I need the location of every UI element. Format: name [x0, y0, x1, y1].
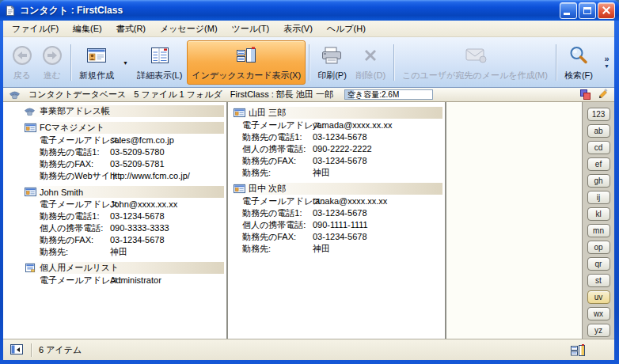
- index-card-mini-icon: [570, 343, 586, 357]
- back-button[interactable]: 戻る: [7, 40, 37, 85]
- field-label: 電子メールアドレス:: [40, 135, 110, 146]
- field-value: 03-1234-5678: [313, 155, 367, 167]
- field-label: 勤務先の電話1:: [40, 146, 110, 158]
- contact-field: 勤務先: 神田: [233, 167, 442, 179]
- contact-field: 勤務先の電話1: 03-5209-5780: [24, 146, 224, 158]
- field-label: 勤務先のFAX:: [242, 231, 313, 243]
- alpha-tab-uv[interactable]: uv: [587, 290, 610, 304]
- contact-card: 田中 次郎 電子メールアドレス: tanaka@xxxx.xx.xx 勤務先の電…: [233, 183, 442, 255]
- index-card-view-button[interactable]: インデックスカード表示(X): [187, 40, 306, 85]
- contact-field: 勤務先の電話1: 03-1234-5678: [233, 131, 442, 143]
- close-button[interactable]: [598, 2, 615, 19]
- field-value: 03-1234-5678: [313, 131, 367, 143]
- alpha-tab-yz[interactable]: yz: [587, 324, 610, 337]
- field-label: 勤務先:: [242, 243, 313, 255]
- window-icon: [4, 5, 16, 17]
- contact-name: 田中 次郎: [249, 183, 286, 195]
- toolbar-overflow-button[interactable]: » ▼: [602, 55, 612, 70]
- contact-field: 電子メールアドレス: sales@fcm.co.jp: [24, 135, 224, 146]
- contact-card: 山田 三郎 電子メールアドレス: yamada@xxxx.xx.xx 勤務先の電…: [233, 107, 442, 179]
- forward-label: 進む: [44, 70, 61, 82]
- contacts-column-3-empty: [446, 102, 582, 339]
- alpha-tab-mn[interactable]: mn: [587, 224, 610, 237]
- alpha-tab-qr[interactable]: qr: [587, 257, 610, 271]
- forward-button[interactable]: 進む: [37, 40, 67, 85]
- close-icon: [602, 6, 611, 15]
- menu-file[interactable]: ファイル(F): [5, 21, 66, 37]
- pane-toggle-icon[interactable]: [9, 343, 24, 356]
- contact-field: 電子メールアドレス: yamada@xxxx.xx.xx: [233, 119, 442, 131]
- alpha-tab-gh[interactable]: gh: [587, 174, 610, 188]
- info-bar: コンタクトデータベース 5 ファイル 1 フォルダ FirstClass : 部…: [3, 88, 614, 102]
- menu-bar: ファイル(F) 編集(E) 書式(R) メッセージ(M) ツール(T) 表示(V…: [3, 21, 614, 37]
- alpha-tab-kl[interactable]: kl: [587, 207, 610, 221]
- forward-icon: [42, 44, 63, 67]
- session-user: FirstClass : 部長 池田 一郎: [230, 89, 333, 100]
- delete-button[interactable]: 削除(D): [351, 40, 390, 85]
- field-label: 個人の携帯電話:: [40, 222, 110, 234]
- delete-icon: [361, 44, 380, 67]
- alpha-tab-ab[interactable]: ab: [587, 124, 610, 138]
- contact-field: 勤務先: 神田: [24, 246, 224, 258]
- folder-header[interactable]: 事業部アドレス帳: [22, 105, 224, 117]
- alpha-tab-cd[interactable]: cd: [587, 141, 610, 154]
- toolbar: 戻る 進む 新規作成 ▼ 詳細表示(L) インデックスカード表示(X): [3, 37, 614, 88]
- field-value: tanaka@xxxx.xx.xx: [313, 195, 387, 207]
- alpha-tab-op[interactable]: op: [587, 241, 610, 254]
- menu-message[interactable]: メッセージ(M): [153, 21, 225, 37]
- contact-card-icon: [234, 184, 245, 194]
- contact-card-icon: [25, 187, 36, 197]
- alpha-tab-ij[interactable]: ij: [587, 191, 610, 204]
- field-value: 神田: [313, 167, 330, 179]
- contact-card-header[interactable]: 田中 次郎: [233, 183, 442, 195]
- toolbar-separator: [393, 44, 394, 81]
- compose-mail-button[interactable]: このユーザが宛先のメールを作成(M): [397, 40, 553, 85]
- new-dropdown-button[interactable]: ▼: [119, 40, 132, 85]
- menu-view[interactable]: 表示(V): [276, 21, 320, 37]
- contact-card-header[interactable]: 山田 三郎: [233, 107, 442, 119]
- field-value: 090-3333-3333: [110, 222, 169, 234]
- alphabet-tab-strip: 123 ab cd ef gh ij kl mn op qr st uv wx …: [582, 102, 614, 339]
- layered-squares-icon[interactable]: [579, 89, 591, 100]
- contacts-panel: 事業部アドレス帳 FCマネジメント 電子メールアドレス: sales@fcm.c…: [3, 102, 614, 339]
- menu-edit[interactable]: 編集(E): [66, 21, 109, 37]
- toolbar-separator: [309, 44, 310, 81]
- field-label: 電子メールアドレス:: [40, 199, 110, 210]
- alpha-tab-st[interactable]: st: [587, 274, 610, 287]
- contact-field: 電子メールアドレス: John@xxxx.xx.xx: [24, 199, 224, 210]
- alpha-tab-123[interactable]: 123: [587, 108, 610, 121]
- field-label: 電子メールアドレス:: [40, 275, 110, 286]
- address-book-icon: [24, 106, 36, 116]
- index-card-view-icon: [235, 44, 257, 67]
- compose-mail-label: このユーザが宛先のメールを作成(M): [402, 70, 548, 82]
- contact-card-header[interactable]: John Smith: [24, 186, 224, 198]
- menu-tools[interactable]: ツール(T): [225, 21, 277, 37]
- contact-card-header[interactable]: FCマネジメント: [24, 122, 224, 134]
- back-label: 戻る: [13, 70, 31, 82]
- delete-label: 削除(D): [356, 70, 385, 82]
- contact-card-icon: [25, 123, 36, 133]
- info-bar-icons: [579, 89, 609, 100]
- maximize-icon: [583, 7, 591, 14]
- field-value: 03-1234-5678: [313, 231, 367, 243]
- detail-view-button[interactable]: 詳細表示(L): [132, 40, 187, 85]
- menu-help[interactable]: ヘルプ(H): [320, 21, 373, 37]
- window-controls: [560, 2, 615, 19]
- titlebar[interactable]: コンタクト : FirstClass: [0, 0, 619, 21]
- contact-field: 勤務先: 神田: [233, 243, 442, 255]
- menu-format[interactable]: 書式(R): [109, 21, 153, 37]
- search-button[interactable]: 検索(F): [560, 40, 598, 85]
- status-bar: 6 アイテム: [3, 339, 614, 360]
- new-contact-button[interactable]: 新規作成: [74, 40, 119, 85]
- minimize-button[interactable]: [560, 2, 577, 19]
- contact-card-header[interactable]: 個人用メールリスト: [24, 262, 224, 274]
- print-button[interactable]: 印刷(P): [313, 40, 351, 85]
- pencil-icon[interactable]: [597, 89, 609, 100]
- alpha-tab-wx[interactable]: wx: [587, 307, 610, 320]
- contact-database-icon: [9, 89, 21, 100]
- field-value: 03-1234-5678: [110, 210, 165, 222]
- maximize-button[interactable]: [579, 2, 596, 19]
- alpha-tab-ef[interactable]: ef: [587, 157, 610, 171]
- database-label: コンタクトデータベース: [28, 89, 126, 100]
- contact-field: 個人の携帯電話: 090-3333-3333: [24, 222, 224, 234]
